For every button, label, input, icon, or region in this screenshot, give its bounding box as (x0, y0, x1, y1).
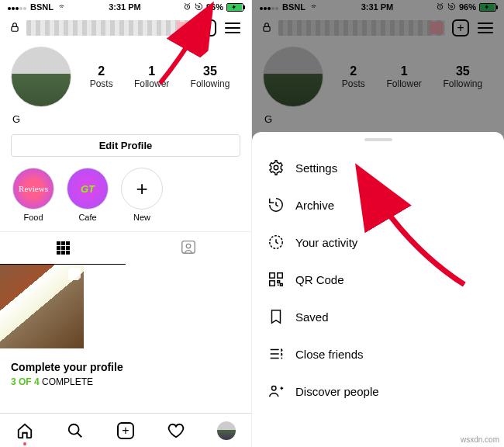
stat-posts[interactable]: 2Posts (90, 64, 113, 89)
svg-rect-12 (270, 273, 274, 278)
post-thumbnail[interactable] (0, 265, 84, 348)
nav-profile[interactable] (201, 414, 251, 447)
highlight-food[interactable]: ReviewsFood (12, 168, 54, 222)
rotation-lock-icon (195, 2, 203, 12)
hamburger-menu-button[interactable] (223, 19, 242, 37)
lock-icon (9, 22, 20, 35)
svg-point-18 (272, 386, 277, 391)
battery-icon (226, 3, 243, 12)
menu-label: QR Code (295, 273, 344, 286)
saved-icon (268, 308, 285, 325)
nav-activity[interactable] (150, 414, 201, 447)
svg-point-16 (281, 353, 282, 355)
menu-archive[interactable]: Archive (252, 186, 504, 224)
menu-qr[interactable]: QR Code (252, 261, 504, 298)
activity-icon (268, 234, 285, 251)
sheet-handle[interactable] (364, 138, 392, 141)
svg-rect-1 (198, 5, 200, 7)
menu-sheet: Settings Archive Your activity QR Code S… (252, 132, 504, 447)
menu-activity[interactable]: Your activity (252, 224, 504, 261)
username-dropdown[interactable] (26, 20, 192, 36)
nav-search[interactable] (50, 414, 101, 447)
profile-avatar[interactable] (11, 47, 71, 107)
battery-percent: 96% (206, 2, 223, 12)
svg-point-15 (281, 349, 282, 351)
svg-point-4 (186, 244, 191, 248)
grid-tab[interactable] (0, 232, 126, 265)
create-post-button[interactable]: + (198, 19, 217, 37)
menu-discover[interactable]: Discover people (252, 372, 504, 410)
menu-label: Your activity (295, 236, 357, 249)
heart-icon (167, 422, 185, 439)
status-bar: BSNL 3:31 PM 96% (0, 0, 251, 14)
menu-label: Close friends (295, 348, 364, 361)
signal-dots-icon (8, 2, 27, 12)
menu-saved[interactable]: Saved (252, 298, 504, 335)
svg-point-10 (274, 165, 278, 170)
highlight-new[interactable]: +New (121, 168, 163, 222)
menu-screen: BSNL 3:31 PM 96% + 2Posts 1Follower 35Fo… (252, 0, 504, 447)
svg-rect-2 (12, 26, 18, 31)
close-friends-icon (268, 345, 285, 362)
svg-rect-14 (270, 281, 274, 286)
tagged-icon (180, 238, 197, 258)
story-highlights: ReviewsFood GTCafe +New (0, 163, 251, 227)
watermark: wsxdn.com (461, 435, 499, 444)
home-icon (16, 422, 33, 439)
svg-point-17 (281, 358, 282, 359)
svg-rect-3 (182, 241, 195, 254)
archive-icon (268, 196, 285, 213)
display-name: G (0, 112, 251, 126)
carousel-icon (70, 268, 81, 279)
stat-followers[interactable]: 1Follower (134, 64, 169, 89)
settings-icon (268, 159, 285, 176)
profile-header: + (0, 14, 251, 42)
profile-screen: BSNL 3:31 PM 96% + 2Posts 1Follo (0, 0, 252, 447)
alarm-icon (183, 2, 192, 12)
menu-label: Archive (295, 199, 334, 212)
highlight-cafe[interactable]: GTCafe (67, 168, 109, 222)
posts-grid (0, 265, 251, 348)
complete-profile-title: Complete your profile (11, 361, 240, 373)
nav-create[interactable]: + (101, 414, 151, 447)
bottom-nav: + (0, 413, 251, 447)
svg-point-5 (69, 424, 79, 434)
menu-close-friends[interactable]: Close friends (252, 335, 504, 372)
discover-icon (268, 383, 285, 400)
avatar-icon (217, 421, 236, 440)
menu-label: Discover people (295, 385, 379, 398)
nav-home[interactable] (0, 414, 50, 447)
svg-rect-13 (278, 273, 282, 278)
qr-icon (268, 271, 285, 288)
search-icon (67, 422, 84, 439)
edit-profile-button[interactable]: Edit Profile (11, 134, 240, 157)
menu-settings[interactable]: Settings (252, 149, 504, 186)
clock-label: 3:31 PM (109, 2, 141, 12)
tagged-tab[interactable] (126, 232, 251, 265)
stat-following[interactable]: 35Following (191, 64, 230, 89)
complete-profile-progress: 3 OF 4 COMPLETE (11, 376, 240, 387)
plus-icon: + (117, 422, 134, 439)
carrier-label: BSNL (30, 2, 54, 12)
menu-label: Saved (295, 310, 329, 324)
wifi-icon (57, 2, 67, 12)
grid-icon (57, 241, 70, 255)
menu-label: Settings (295, 161, 337, 175)
